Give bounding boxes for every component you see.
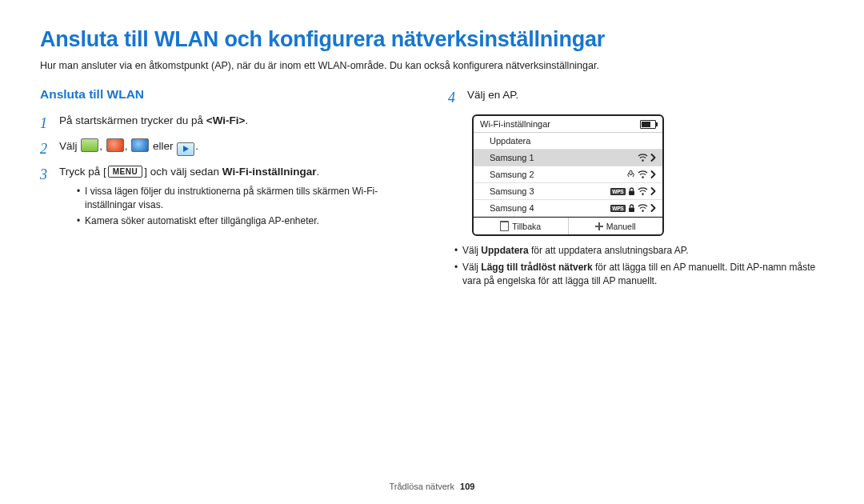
mode-icon-3 — [131, 138, 149, 152]
svg-rect-1 — [630, 170, 632, 174]
step-number: 3 — [40, 164, 51, 185]
shot-title: Wi-Fi-inställningar — [480, 119, 550, 129]
step-number: 1 — [40, 113, 51, 134]
svg-rect-5 — [629, 207, 634, 212]
step-4: Välj en AP. — [467, 87, 824, 103]
shot-manual-button: Manuell — [569, 218, 663, 234]
step-2: Välj , , eller . — [59, 138, 416, 156]
chevron-right-icon — [650, 154, 656, 162]
mode-icon-1 — [81, 138, 98, 152]
svg-point-2 — [642, 176, 643, 178]
wifi-settings-screenshot: Wi-Fi-inställningar UppdateraSamsung 1Sa… — [472, 114, 664, 236]
chevron-right-icon — [650, 204, 656, 212]
step-number: 2 — [40, 138, 51, 159]
svg-rect-3 — [629, 190, 634, 195]
wps-badge-icon: WPS — [610, 205, 626, 212]
mode-icon-2 — [106, 138, 124, 152]
svg-point-4 — [642, 193, 643, 194]
wps-badge-icon: WPS — [610, 188, 626, 195]
ap-list-row: Uppdatera — [474, 133, 662, 150]
lock-icon — [628, 187, 635, 196]
section-heading: Ansluta till WLAN — [40, 87, 416, 102]
shot-back-button: Tillbaka — [474, 218, 569, 234]
ap-list-row: Samsung 3WPS — [474, 183, 662, 200]
wifi-icon — [638, 170, 648, 178]
intro-text: Hur man ansluter via en åtkomstpunkt (AP… — [40, 60, 824, 71]
step-number: 4 — [448, 87, 459, 108]
battery-icon — [640, 120, 656, 129]
post-note: Välj Uppdatera för att uppdatera anslutn… — [454, 244, 824, 258]
chevron-right-icon — [650, 170, 656, 178]
chevron-right-icon — [650, 187, 656, 195]
mode-icon-4 — [177, 142, 194, 156]
wifi-icon — [638, 204, 648, 212]
step-3-note: Kamera söker automatiskt efter tillgängl… — [77, 214, 416, 228]
lock-icon — [628, 204, 635, 213]
post-note: Välj Lägg till trådlöst nätverk för att … — [454, 261, 824, 288]
page-title: Ansluta till WLAN och konfigurera nätver… — [40, 27, 824, 52]
wifi-icon — [638, 187, 648, 195]
menu-key-icon: MENU — [108, 166, 142, 178]
ap-list-row: Samsung 2 — [474, 166, 662, 183]
page-footer: Trådlösa nätverk 109 — [0, 482, 864, 491]
wifi-icon — [638, 154, 648, 162]
step-1: På startskärmen trycker du på <Wi-Fi>. — [59, 113, 416, 129]
svg-point-0 — [642, 159, 643, 161]
svg-point-6 — [642, 210, 643, 211]
trash-icon — [500, 221, 509, 231]
step-3: Tryck på [MENU] och välj sedan Wi-Fi-ins… — [59, 164, 416, 231]
ap-list-row: Samsung 4WPS — [474, 200, 662, 217]
ap-list-row: Samsung 1 — [474, 150, 662, 166]
step-3-note: I vissa lägen följer du instruktionerna … — [77, 185, 416, 212]
adhoc-icon — [626, 170, 635, 179]
plus-icon — [595, 222, 603, 230]
